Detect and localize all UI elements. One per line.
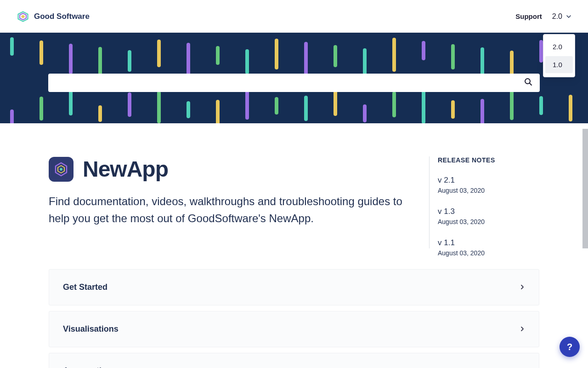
search-input[interactable]: [56, 79, 524, 86]
version-option-2[interactable]: 2.0: [545, 38, 573, 55]
release-version: v 1.1: [438, 238, 535, 247]
app-hex-icon: [53, 161, 69, 177]
accordion-aggregations[interactable]: Aggregations: [49, 353, 539, 368]
svg-point-4: [60, 168, 62, 171]
accordion-visualisations[interactable]: Visualisations: [49, 311, 539, 347]
app-icon: [49, 157, 74, 182]
release-notes-sidebar: RELEASE NOTES v 2.1 August 03, 2020 v 1.…: [429, 156, 535, 248]
svg-line-1: [530, 83, 531, 85]
hero-banner: [0, 33, 588, 123]
support-link[interactable]: Support: [515, 12, 542, 20]
release-note-item[interactable]: v 1.1 August 03, 2020: [438, 238, 535, 257]
chevron-right-icon: [520, 283, 525, 292]
release-version: v 1.3: [438, 207, 535, 216]
header-right: Support 2.0 2.0 1.0: [515, 12, 571, 21]
accordion-label: Aggregations: [63, 366, 116, 368]
release-note-item[interactable]: v 2.1 August 03, 2020: [438, 176, 535, 194]
search-bar: [48, 74, 540, 92]
accordion-list: Get Started Visualisations Aggregations: [49, 269, 539, 368]
header-bar: Good Software Support 2.0 2.0 1.0: [0, 0, 588, 33]
release-date: August 03, 2020: [438, 218, 535, 225]
version-dropdown: 2.0 1.0: [543, 34, 575, 77]
accordion-label: Visualisations: [63, 324, 119, 334]
brand-logo-icon: [17, 10, 29, 23]
accordion-get-started[interactable]: Get Started: [49, 269, 539, 305]
version-option-1[interactable]: 1.0: [545, 56, 573, 73]
release-note-item[interactable]: v 1.3 August 03, 2020: [438, 207, 535, 225]
release-date: August 03, 2020: [438, 249, 535, 257]
page-title: NewApp: [83, 156, 168, 182]
release-notes-heading: RELEASE NOTES: [438, 156, 535, 164]
help-button[interactable]: ?: [560, 337, 580, 357]
brand-name: Good Software: [34, 12, 90, 21]
version-selected-label: 2.0: [552, 12, 562, 21]
chevron-down-icon: [566, 14, 571, 19]
content-area: NewApp Find documentation, videos, walkt…: [0, 123, 588, 368]
chevron-right-icon: [520, 325, 525, 334]
scrollbar-thumb[interactable]: [582, 129, 588, 248]
accordion-label: Get Started: [63, 282, 107, 292]
search-button[interactable]: [524, 78, 532, 88]
release-version: v 2.1: [438, 176, 535, 185]
main-column: NewApp Find documentation, videos, walkt…: [49, 156, 407, 368]
version-selector[interactable]: 2.0: [552, 12, 571, 21]
page-description: Find documentation, videos, walkthroughs…: [49, 193, 407, 227]
search-icon: [524, 78, 532, 86]
release-date: August 03, 2020: [438, 187, 535, 194]
brand-block[interactable]: Good Software: [17, 10, 90, 23]
app-header: NewApp: [49, 156, 407, 182]
help-icon: ?: [567, 342, 572, 352]
